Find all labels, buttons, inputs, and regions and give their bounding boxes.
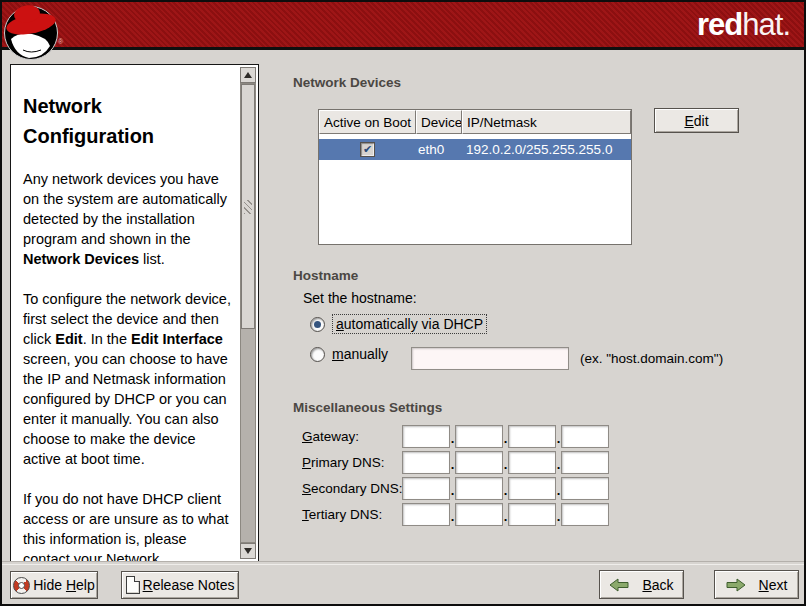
redhat-wordmark: redhat. [697,6,790,44]
secondary-dns-octet-2[interactable] [455,477,503,500]
device-cell: eth0 [416,142,462,157]
active-on-boot-checkbox[interactable]: ✔ [360,142,375,157]
hostname-example-hint: (ex. "host.domain.com") [580,351,723,366]
primary-dns-octet-2[interactable] [455,451,503,474]
registered-mark: ® [58,38,63,45]
primary-dns-row: Primary DNS:... [302,449,609,475]
octet-grid: Gateway:...Primary DNS:...Secondary DNS:… [302,423,609,527]
next-arrow-icon [726,578,746,592]
tertiary-dns-octet-3[interactable] [508,503,556,526]
hostname-auto-option: automatically via DHCP [310,314,487,334]
scroll-down-button[interactable] [240,543,256,559]
header-bar: redhat. [2,2,804,50]
help-scrollbar [240,67,256,559]
column-header-ip-netmask[interactable]: IP/Netmask [462,110,631,134]
misc-settings-section-label: Miscellaneous Settings [293,400,442,415]
secondary-dns-octet-4[interactable] [561,477,609,500]
secondary-dns-row: Secondary DNS:... [302,475,609,501]
installer-window: redhat. ® Network Configuration Any netw… [0,0,806,606]
edit-button[interactable]: Edit [654,108,739,133]
column-header-active-on-boot[interactable]: Active on Boot [319,110,416,134]
gateway-octet-2[interactable] [455,425,503,448]
ip-netmask-cell: 192.0.2.0/255.255.255.0 [462,142,631,157]
help-lifesaver-icon [13,577,30,594]
hostname-manual-input[interactable] [411,347,569,370]
hostname-auto-label[interactable]: automatically via DHCP [332,314,487,334]
table-row[interactable]: ✔ eth0 192.0.2.0/255.255.255.0 [319,139,631,160]
tertiary-dns-octet-2[interactable] [455,503,503,526]
active-on-boot-cell: ✔ [319,142,416,157]
help-title: Network Configuration [23,91,235,151]
gateway-label: Gateway: [302,429,402,444]
primary-dns-label: Primary DNS: [302,455,402,470]
secondary-dns-octet-1[interactable] [402,477,450,500]
column-header-device[interactable]: Device [416,110,462,134]
help-paragraph: To configure the network device, first s… [23,289,235,469]
footer-separator [2,561,804,565]
back-label: Back [642,577,673,593]
help-paragraph: Any network devices you have on the syst… [23,169,235,269]
help-paragraph: If you do not have DHCP client access or… [23,489,235,561]
next-button[interactable]: Next [714,570,799,599]
help-paragraphs: Any network devices you have on the syst… [23,169,235,561]
hostname-manual-option: manually [310,346,388,362]
tertiary-dns-row: Tertiary DNS:... [302,501,609,527]
primary-dns-octet-3[interactable] [508,451,556,474]
set-hostname-prompt: Set the hostname: [303,290,417,306]
gateway-octet-1[interactable] [402,425,450,448]
tertiary-dns-label: Tertiary DNS: [302,507,402,522]
help-content: Network Configuration Any network device… [11,65,239,561]
up-arrow-icon [244,72,252,78]
check-icon: ✔ [363,144,372,155]
down-arrow-icon [244,548,252,554]
edit-button-label: Edit [684,113,708,129]
wordmark-red: red [697,7,742,42]
scroll-up-button[interactable] [240,67,256,83]
hide-help-button[interactable]: Hide Help [10,571,98,599]
secondary-dns-octet-3[interactable] [508,477,556,500]
wordmark-period: . [782,7,790,42]
tertiary-dns-octet-1[interactable] [402,503,450,526]
release-notes-button[interactable]: Release Notes [121,571,239,599]
hostname-auto-radio[interactable] [310,317,325,332]
wordmark-hat: hat [742,7,782,42]
scrollbar-thumb[interactable] [241,84,255,329]
secondary-dns-label: Secondary DNS: [302,481,402,496]
gateway-octet-4[interactable] [561,425,609,448]
primary-dns-octet-1[interactable] [402,451,450,474]
hostname-section-label: Hostname [293,268,358,283]
hide-help-label: Hide Help [33,577,95,593]
document-icon [126,576,140,594]
table-header-row: Active on Boot Device IP/Netmask [319,110,631,134]
back-button[interactable]: Back [599,570,684,599]
gateway-octet-3[interactable] [508,425,556,448]
release-notes-label: Release Notes [143,577,235,593]
hostname-manual-label[interactable]: manually [332,346,388,362]
tertiary-dns-octet-4[interactable] [561,503,609,526]
next-label: Next [759,577,788,593]
gateway-row: Gateway:... [302,423,609,449]
network-devices-section-label: Network Devices [293,75,401,90]
scrollbar-track[interactable] [240,83,256,543]
primary-dns-octet-4[interactable] [561,451,609,474]
network-devices-table: Active on Boot Device IP/Netmask ✔ eth0 … [318,109,632,245]
back-arrow-icon [609,578,629,592]
redhat-shadowman-logo-icon [3,3,60,61]
hostname-manual-radio[interactable] [310,347,325,362]
help-panel: Network Configuration Any network device… [10,64,259,562]
